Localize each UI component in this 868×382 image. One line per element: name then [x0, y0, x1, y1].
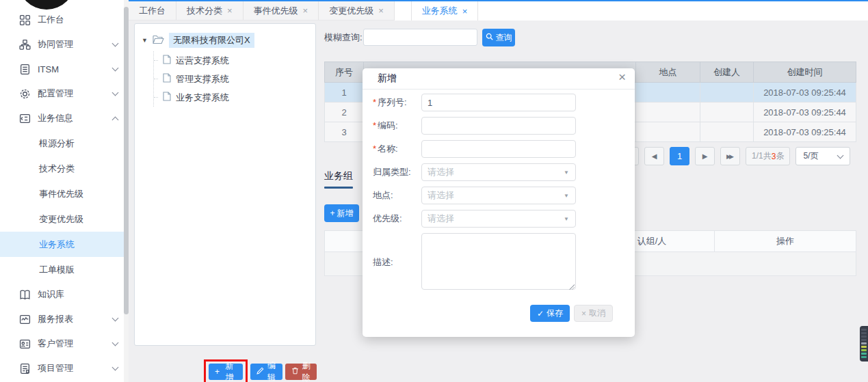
sidebar-item-project-management[interactable]: 项目管理 [0, 356, 129, 381]
form-row-location: 地点: 请选择 ▼ [371, 187, 624, 204]
tab-change-priority[interactable]: 变更优先级 × [319, 1, 395, 21]
search-button-label: 查询 [496, 32, 512, 44]
search-icon [486, 33, 493, 42]
tab-label: 技术分类 [187, 5, 222, 17]
sidebar-item-label: 根源分析 [39, 137, 75, 150]
dialog-header: 新增 [363, 68, 635, 90]
sidebar-scrollbar-thumb[interactable] [124, 7, 129, 314]
tree-node-operation-support[interactable]: 运营支撑系统 [159, 51, 315, 70]
caret-down-icon: ▼ [564, 193, 569, 199]
close-icon[interactable]: × [462, 7, 468, 16]
cell-location [636, 103, 700, 122]
fuzzy-search-label: 模糊查询: [324, 31, 363, 44]
performance-widget [860, 326, 868, 361]
location-select[interactable]: 请选择 ▼ [421, 187, 576, 204]
page-size-select[interactable]: 5/页 [795, 147, 850, 165]
tree-children: 运营支撑系统 管理支撑系统 业务支撑系统 [153, 51, 315, 107]
tree-node-business-support[interactable]: 业务支撑系统 [159, 88, 315, 107]
cancel-button[interactable]: × 取消 [574, 305, 613, 322]
priority-select[interactable]: 请选择 ▼ [421, 210, 576, 228]
location-label: 地点: [371, 189, 421, 202]
tab-bar: 工作台 技术分类 × 事件优先级 × 变更优先级 × 业务系统 × [129, 0, 868, 21]
sidebar-item-knowledge-base[interactable]: 知识库 [0, 282, 129, 307]
sidebar-item-change-priority[interactable]: 变更优先级 [0, 206, 129, 232]
select-placeholder: 请选择 [428, 189, 454, 202]
code-input[interactable] [421, 117, 576, 135]
close-icon[interactable]: × [303, 6, 308, 15]
add-button[interactable]: + 新增 [209, 364, 243, 380]
file-icon [163, 92, 171, 103]
chevron-down-icon [837, 152, 844, 159]
description-label: 描述: [371, 256, 421, 269]
tree-root-node[interactable]: ▼ 无限科技有限公司X [135, 24, 315, 48]
sidebar-item-label: 业务系统 [39, 238, 75, 251]
close-icon[interactable]: × [618, 70, 626, 83]
resize-handle[interactable] [568, 284, 575, 290]
plus-icon: + [215, 367, 220, 377]
sidebar-item-ticket-template[interactable]: 工单模版 [0, 257, 129, 282]
page-last-icon: ▶▶ [726, 153, 734, 160]
category-select[interactable]: 请选择 ▼ [421, 163, 576, 181]
tree-expand-icon[interactable]: ▼ [142, 37, 148, 44]
sidebar-item-workbench[interactable]: 工作台 [0, 8, 129, 32]
tree-node-management-support[interactable]: 管理支撑系统 [159, 70, 315, 88]
dialog-title: 新增 [378, 72, 397, 85]
folder-icon [153, 35, 164, 46]
sequence-label: 序列号: [371, 96, 421, 109]
sidebar-item-collaboration[interactable]: 协同管理 [0, 32, 129, 57]
tab-incident-priority[interactable]: 事件优先级 × [244, 1, 319, 21]
search-button[interactable]: 查询 [482, 29, 515, 46]
page-last-button[interactable]: ▶▶ [720, 147, 740, 165]
sidebar-item-itsm[interactable]: ITSM [0, 57, 129, 81]
code-label: 编码: [371, 120, 421, 132]
tree-node-label: 业务支撑系统 [176, 92, 229, 104]
fuzzy-search-input[interactable] [363, 29, 477, 46]
sidebar-item-incident-priority[interactable]: 事件优先级 [0, 181, 129, 206]
sidebar-item-tech-category[interactable]: 技术分类 [0, 156, 129, 181]
sidebar-item-configuration[interactable]: 配置管理 [0, 81, 129, 106]
page-prev-button[interactable]: ◀ [644, 147, 664, 165]
grid-icon [19, 14, 31, 26]
col-creator: 创建人 [700, 62, 754, 83]
name-input[interactable] [421, 140, 576, 158]
itsm-icon [19, 64, 31, 75]
tree-root-label[interactable]: 无限科技有限公司X [169, 33, 254, 48]
priority-label: 优先级: [371, 213, 421, 225]
sidebar-item-customer-management[interactable]: 客户管理 [0, 331, 129, 356]
tab-workbench[interactable]: 工作台 [129, 1, 176, 21]
sidebar-item-root-cause[interactable]: 根源分析 [0, 131, 129, 156]
page-next-button[interactable]: ▶ [695, 147, 715, 165]
cell-seq: 1 [325, 83, 364, 103]
edit-button-label: 编辑 [267, 360, 276, 382]
tab-tech-category[interactable]: 技术分类 × [176, 1, 244, 21]
sidebar-item-label: 服务报表 [38, 313, 73, 325]
page-number-button[interactable]: 1 [670, 147, 689, 165]
edit-button[interactable]: 编辑 [250, 364, 282, 380]
close-icon[interactable]: × [227, 6, 233, 15]
sidebar: 工作台 协同管理 ITSM 配置管理 [0, 0, 129, 382]
sidebar-item-business-system[interactable]: 业务系统 [0, 232, 129, 257]
cross-icon: × [581, 309, 586, 318]
cell-created-time: 2018-07-03 09:25:44 [754, 122, 856, 142]
group-add-button[interactable]: + 新增 [324, 204, 359, 222]
add-button-label: 新增 [222, 360, 237, 382]
description-textarea[interactable] [421, 233, 576, 290]
pagination-info-prefix: 1/1共 [752, 150, 772, 162]
sidebar-scrollbar[interactable] [124, 0, 129, 382]
sidebar-item-business-info[interactable]: 业务信息 [0, 106, 129, 131]
tab-business-system[interactable]: 业务系统 × [411, 1, 479, 21]
delete-button[interactable]: 删除 [285, 364, 317, 380]
col-actions: 操作 [715, 231, 856, 252]
pencil-icon [257, 367, 264, 377]
tab-business-group[interactable]: 业务组 [324, 170, 353, 189]
form-row-category: 归属类型: 请选择 ▼ [371, 163, 624, 181]
sequence-input[interactable] [421, 94, 576, 111]
sidebar-item-service-report[interactable]: 服务报表 [0, 307, 129, 331]
file-icon [163, 55, 171, 66]
chevron-down-icon [112, 364, 119, 370]
cell-location [636, 83, 700, 103]
sidebar-item-label: 项目管理 [38, 362, 73, 374]
save-button[interactable]: ✓ 保存 [530, 305, 570, 322]
tab-label: 业务系统 [422, 5, 458, 17]
close-icon[interactable]: × [378, 6, 384, 15]
